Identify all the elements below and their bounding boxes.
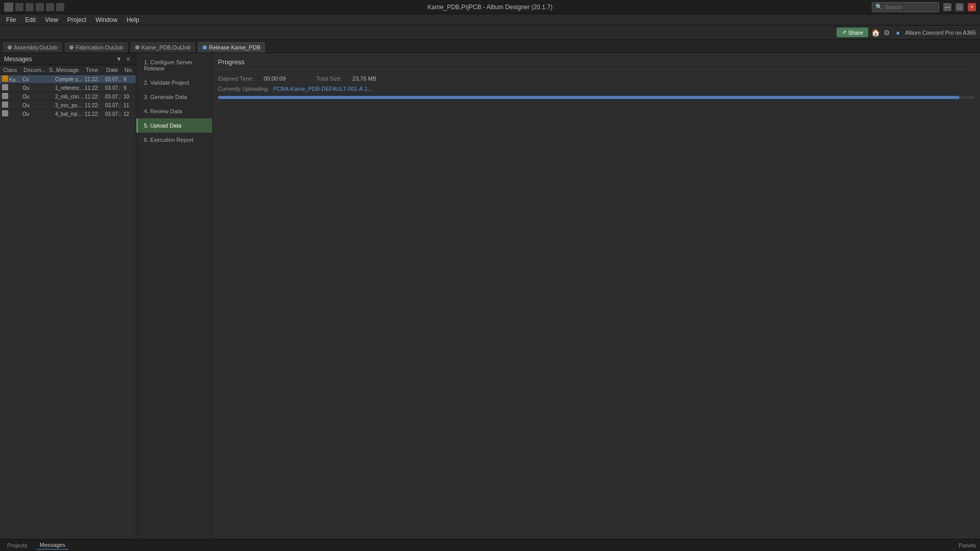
redo-icon[interactable] [56, 3, 64, 11]
table-row[interactable]: Ou 1_reference.SchDoc 11:22: 03.07.: 9 [0, 84, 136, 92]
open-icon[interactable] [26, 3, 34, 11]
msg-message: 1_reference.SchDoc [55, 85, 85, 91]
panels-label[interactable]: Panels [959, 542, 976, 548]
msg-doc: Ou [22, 111, 48, 117]
msg-date: 03.07.: [105, 103, 124, 108]
uploading-file: PCBA-Kame_PDB-DEFAULT-001-A.1... [273, 86, 372, 92]
menu-bar: File Edit View Project Window Help [0, 14, 980, 26]
app-icon [4, 3, 13, 12]
step-generate-data[interactable]: 3. Generate Data [136, 90, 212, 104]
tab-dot [8, 45, 12, 49]
window-title: Kame_PDB.PrjPCB - Altium Designer (20.1.… [428, 4, 553, 11]
new-icon[interactable] [15, 3, 23, 11]
msg-time: 11:22: [85, 111, 105, 117]
messages-title: Messages [4, 56, 32, 63]
table-row[interactable]: Ou 3_esc_power_sw.SchDc 11:22: 03.07.: 1… [0, 101, 136, 110]
msg-time: 11:22: [85, 103, 105, 108]
minimize-button[interactable]: — [943, 3, 951, 11]
elapsed-label: Elapsed Time: [218, 76, 254, 82]
msg-message: 2_mb_conn.SchDoc [55, 94, 85, 99]
user-icon[interactable]: ● [894, 29, 902, 37]
msg-time: 11:22: [85, 77, 105, 82]
tab-fabrication-outjob[interactable]: Fabrication.OutJob [64, 41, 129, 53]
table-row[interactable]: Ou 4_bat_input&power_m 11:22: 03.07.: 12 [0, 110, 136, 118]
progress-header: Progress [218, 58, 975, 69]
msg-no: 9 [124, 85, 134, 91]
toolbar-row: ↗ Share 🏠 ⚙ ● Altium Concord Pro on A365 [0, 26, 980, 40]
bottom-bar: Projects Messages Panels [0, 539, 980, 551]
msg-doc: Co [22, 77, 48, 82]
msg-class [2, 93, 22, 100]
table-row[interactable]: Kame_P Co Compile successful, no 11:22: … [0, 75, 136, 84]
msg-message: 3_esc_power_sw.SchDc [55, 103, 85, 108]
bottom-tab-messages[interactable]: Messages [37, 541, 68, 549]
tab-release-kame-pdb[interactable]: Release Kame_PDB [197, 41, 266, 53]
msg-message: Compile successful, no [55, 77, 85, 82]
msg-no: 11 [124, 103, 134, 108]
messages-header-icons: ▼ ✕ [115, 56, 132, 63]
msg-gray-icon [2, 93, 8, 99]
messages-columns: Class Docum... S... Message Time Date No… [0, 65, 136, 75]
msg-doc: Ou [22, 103, 48, 108]
step-upload-data[interactable]: 5. Upload Data [136, 118, 212, 133]
elapsed-value: 00:00:09 [264, 76, 286, 82]
tab-kame-pdb-outjob[interactable]: Kame_PDB.OutJob [130, 41, 196, 53]
col-s-header: S... [48, 66, 55, 73]
msg-time: 11:22: [85, 85, 105, 91]
search-box[interactable]: 🔍 [872, 2, 939, 12]
title-bar: Kame_PDB.PrjPCB - Altium Designer (20.1.… [0, 0, 980, 14]
msg-class [2, 84, 22, 91]
tab-label: Kame_PDB.OutJob [141, 44, 190, 51]
msg-doc: Ou [22, 85, 48, 91]
progress-bar-fill [218, 96, 960, 99]
tab-assembly-outjob[interactable]: Assembly.OutJob [2, 41, 63, 53]
tab-dot [69, 45, 74, 49]
msg-date: 03.07.: [105, 94, 124, 99]
menu-window[interactable]: Window [91, 15, 121, 24]
step-configure-server-release[interactable]: 1. Configure Server Release [136, 55, 212, 76]
home-icon[interactable]: 🏠 [871, 29, 879, 37]
tab-dot [203, 45, 207, 49]
col-message-header: Message [55, 66, 85, 73]
progress-info: Elapsed Time: 00:00:09 Total Size: 23,76… [218, 76, 975, 82]
save-icon[interactable] [36, 3, 44, 11]
total-size-label: Total Size: [316, 76, 342, 82]
table-row[interactable]: Ou 2_mb_conn.SchDoc 11:22: 03.07.: 10 [0, 92, 136, 101]
step-validate-project[interactable]: 2. Validate Project [136, 76, 212, 90]
concord-label: Altium Concord Pro on A365 [905, 30, 976, 36]
menu-file[interactable]: File [2, 15, 20, 24]
msg-no: 10 [124, 94, 134, 99]
msg-class [2, 102, 22, 109]
clear-icon[interactable]: ✕ [125, 56, 132, 63]
msg-doc: Ou [22, 94, 48, 99]
maximize-button[interactable]: □ [955, 3, 964, 11]
msg-orange-icon [2, 76, 8, 82]
search-input[interactable] [885, 4, 936, 10]
tab-label: Fabrication.OutJob [76, 44, 123, 51]
menu-help[interactable]: Help [122, 15, 143, 24]
msg-no: 8 [124, 77, 134, 82]
msg-date: 03.07.: [105, 85, 124, 91]
col-date-header: Date [105, 66, 124, 73]
currently-uploading: Currently Uploading: PCBA-Kame_PDB-DEFAU… [218, 86, 975, 92]
close-button[interactable]: ✕ [968, 3, 976, 11]
bottom-tab-projects[interactable]: Projects [4, 541, 31, 549]
content-panel: Progress Elapsed Time: 00:00:09 Total Si… [213, 53, 980, 539]
menu-view[interactable]: View [41, 15, 62, 24]
total-size-value: 23,76 MB [352, 76, 376, 82]
settings-icon[interactable]: ⚙ [883, 29, 891, 37]
menu-project[interactable]: Project [63, 15, 90, 24]
toolbar-right-icons: 🏠 ⚙ ● Altium Concord Pro on A365 [871, 29, 976, 37]
steps-panel: 1. Configure Server Release 2. Validate … [136, 53, 213, 539]
step-execution-report[interactable]: 6. Execution Report [136, 133, 212, 147]
undo-icon[interactable] [46, 3, 54, 11]
msg-date: 03.07.: [105, 111, 124, 117]
step-review-data[interactable]: 4. Review Data [136, 104, 212, 118]
share-button[interactable]: ↗ Share [837, 28, 868, 37]
filter-icon[interactable]: ▼ [115, 56, 122, 63]
messages-header: Messages ▼ ✕ [0, 53, 136, 65]
tab-label: Release Kame_PDB [209, 44, 260, 51]
uploading-label: Currently Uploading: [218, 86, 269, 92]
menu-edit[interactable]: Edit [21, 15, 40, 24]
msg-date: 03.07.: [105, 77, 124, 82]
